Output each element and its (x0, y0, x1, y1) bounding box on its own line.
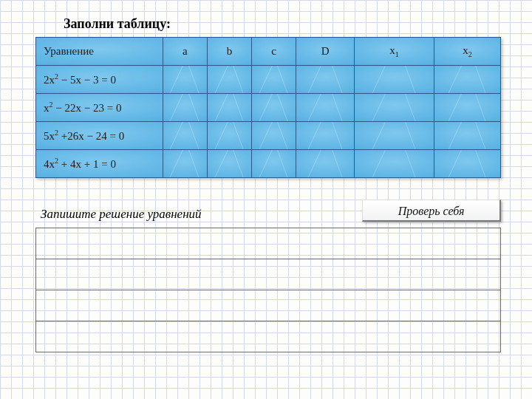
cell-x1[interactable] (355, 94, 434, 122)
header-row: Уравнение a b c D x1 x2 (36, 38, 501, 66)
cell-c[interactable] (251, 122, 296, 150)
answer-table (35, 228, 501, 352)
page-title: Заполни таблицу: (64, 16, 171, 32)
header-d: D (296, 38, 355, 66)
header-b: b (207, 38, 251, 66)
cell-d[interactable] (296, 94, 355, 122)
cell-b[interactable] (207, 94, 251, 122)
cell-b[interactable] (207, 150, 251, 178)
cell-x1[interactable] (355, 122, 434, 150)
cell-a[interactable] (163, 94, 207, 122)
header-x1: x1 (355, 38, 434, 66)
cell-d[interactable] (296, 122, 355, 150)
cell-b[interactable] (207, 122, 251, 150)
header-equation: Уравнение (36, 38, 163, 66)
cell-x2[interactable] (434, 94, 500, 122)
cell-c[interactable] (251, 94, 296, 122)
cell-c[interactable] (251, 150, 296, 178)
cell-a[interactable] (163, 122, 207, 150)
equation-table: Уравнение a b c D x1 x2 2x2 − 5x − 3 = 0… (35, 37, 501, 178)
equation-cell: 5x2 +26x − 24 = 0 (36, 122, 163, 150)
table-row: x2 − 22x − 23 = 0 (36, 94, 501, 122)
header-c: c (251, 38, 296, 66)
table-row: 2x2 − 5x − 3 = 0 (36, 66, 501, 94)
check-button[interactable]: Проверь себя (362, 200, 501, 222)
answer-row[interactable] (36, 321, 501, 352)
answer-row[interactable] (36, 228, 501, 259)
equation-cell: x2 − 22x − 23 = 0 (36, 94, 163, 122)
cell-x1[interactable] (355, 150, 434, 178)
cell-d[interactable] (296, 150, 355, 178)
header-a: a (163, 38, 207, 66)
equation-cell: 2x2 − 5x − 3 = 0 (36, 66, 163, 94)
table-row: 4x2 + 4x + 1 = 0 (36, 150, 501, 178)
answer-row[interactable] (36, 259, 501, 290)
equation-cell: 4x2 + 4x + 1 = 0 (36, 150, 163, 178)
cell-b[interactable] (207, 66, 251, 94)
answer-row[interactable] (36, 290, 501, 321)
cell-a[interactable] (163, 66, 207, 94)
cell-x2[interactable] (434, 66, 500, 94)
cell-a[interactable] (163, 150, 207, 178)
cell-x2[interactable] (434, 122, 500, 150)
subtitle: Запишите решение уравнений (41, 207, 202, 222)
header-x2: x2 (434, 38, 500, 66)
cell-x1[interactable] (355, 66, 434, 94)
cell-d[interactable] (296, 66, 355, 94)
table-row: 5x2 +26x − 24 = 0 (36, 122, 501, 150)
cell-x2[interactable] (434, 150, 500, 178)
cell-c[interactable] (251, 66, 296, 94)
